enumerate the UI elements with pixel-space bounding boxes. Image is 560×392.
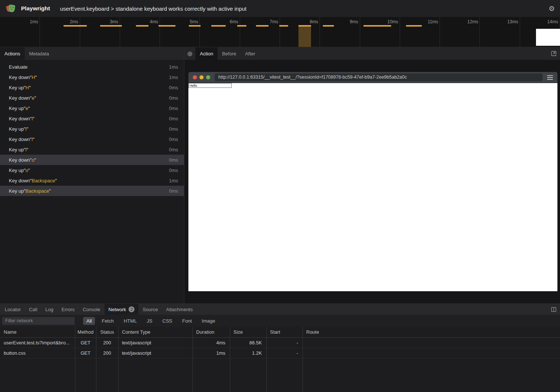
network-type-filter-chip[interactable]: CSS: [159, 317, 176, 325]
action-list-item[interactable]: Key up "l" 0ms: [0, 144, 184, 155]
action-key-value: H: [25, 85, 29, 90]
column-header-size[interactable]: Size: [230, 329, 266, 335]
action-duration: 0ms: [169, 106, 184, 111]
browser-menu-icon: [547, 75, 553, 80]
request-content-type: text/javascript: [118, 350, 192, 356]
column-header-start[interactable]: Start: [266, 329, 303, 335]
actions-panel-tab[interactable]: Metadata: [25, 47, 54, 60]
column-divider: [266, 327, 267, 392]
timeline-selected-range[interactable]: [298, 25, 311, 47]
app-header: Playwright userEvent.keyboard > standalo…: [0, 0, 560, 17]
timeline-action-bar: [406, 25, 422, 27]
network-filter-input[interactable]: [2, 317, 75, 325]
details-tab[interactable]: Locator: [1, 304, 25, 315]
page-text-input[interactable]: [188, 83, 232, 88]
action-duration: 1ms: [169, 75, 184, 80]
request-status: 200: [96, 340, 118, 345]
column-header-method[interactable]: Method: [75, 329, 96, 335]
details-tab[interactable]: Errors: [57, 304, 78, 315]
network-filter-row: All Fetch HTML JS CSS Font Image: [0, 315, 560, 327]
details-tabbar: Locator Call Log Errors: [0, 304, 560, 315]
action-label: Key down: [9, 75, 30, 80]
request-start: -: [266, 350, 303, 356]
action-list-item[interactable]: Key down "H" 1ms: [0, 72, 184, 82]
details-tab[interactable]: Call: [25, 304, 41, 315]
column-header-duration[interactable]: Duration: [192, 329, 230, 335]
action-label: Key down: [9, 116, 30, 121]
action-label: Key up: [9, 147, 24, 152]
network-table: Name Method Status Content Type Duration…: [0, 327, 560, 392]
action-duration: 0ms: [169, 116, 184, 121]
action-list-item[interactable]: Key up "e" 0ms: [0, 103, 184, 113]
traffic-light-red-icon: [193, 75, 197, 79]
column-divider: [192, 327, 193, 392]
action-label: Key down: [9, 137, 30, 142]
action-list-item[interactable]: Key down "l" 0ms: [0, 134, 184, 144]
network-request-row[interactable]: button.css GET 200 text/javascript 1ms 1…: [0, 348, 560, 358]
action-label: Key up: [9, 85, 24, 90]
request-size: 1.2K: [230, 350, 266, 356]
timeline-action-bar: [136, 25, 148, 27]
details-panel: Locator Call Log Errors: [0, 303, 560, 392]
settings-gear-icon[interactable]: ⚙: [549, 5, 555, 12]
action-list-item[interactable]: Evaluate"" 1ms: [0, 62, 184, 72]
snapshot-tab[interactable]: Before: [218, 47, 240, 60]
snapshot-tab[interactable]: Action: [195, 47, 218, 60]
action-duration: 0ms: [169, 168, 184, 173]
actions-tabbar: Actions Metadata: [0, 47, 184, 60]
action-list-item[interactable]: Key down "e" 0ms: [0, 93, 184, 103]
network-type-filter-chip[interactable]: Image: [198, 317, 218, 325]
snapshot-viewport: http://127.0.0.1:63315/__vitest_test__/?…: [184, 60, 560, 303]
column-divider: [118, 327, 119, 392]
column-header-name[interactable]: Name: [0, 329, 75, 335]
details-tab[interactable]: Log: [41, 304, 58, 315]
network-type-filter-chip[interactable]: JS: [143, 317, 156, 325]
column-divider: [303, 327, 303, 392]
app-title: Playwright: [21, 5, 50, 12]
column-header-status[interactable]: Status: [96, 329, 118, 335]
column-header-content-type[interactable]: Content Type: [118, 329, 192, 335]
action-list-item[interactable]: Key up "Backspace" 0ms: [0, 186, 184, 196]
network-request-row[interactable]: userEvent.test.ts?import&bro... GET 200 …: [0, 338, 560, 348]
action-key-value: Backspace: [32, 178, 55, 183]
timeline-action-bar: [211, 25, 226, 27]
network-type-filter-chip[interactable]: HTML: [120, 317, 140, 325]
action-key-value: Backspace: [25, 188, 49, 194]
action-list-item[interactable]: Key up "H" 0ms: [0, 82, 184, 93]
action-key-value: o: [32, 157, 34, 163]
column-divider: [96, 327, 96, 392]
timeline-filmstrip-frame[interactable]: [536, 29, 560, 46]
details-tab[interactable]: Console: [79, 304, 105, 315]
toggle-split-view-icon[interactable]: [551, 307, 557, 312]
network-type-filter-chip[interactable]: All: [83, 317, 95, 325]
request-size: 86.5K: [230, 340, 266, 345]
snapshot-tab[interactable]: After: [240, 47, 259, 60]
action-duration: 0ms: [169, 126, 184, 132]
action-list-item[interactable]: Key down "l" 0ms: [0, 113, 184, 124]
trace-test-title: userEvent.keyboard > standalone keyboard…: [60, 6, 246, 12]
actions-panel-tab[interactable]: Actions: [0, 47, 25, 60]
action-list-item[interactable]: Key down "o" 0ms: [0, 155, 184, 165]
timeline-action-bar: [279, 25, 288, 27]
action-list-item[interactable]: Key down "Backspace" 1ms: [0, 175, 184, 186]
timeline-action-bar: [237, 25, 246, 27]
action-list-item[interactable]: Key up "o" 0ms: [0, 165, 184, 175]
details-tab[interactable]: Network 2: [105, 304, 139, 315]
timeline[interactable]: 1ms 2ms 3ms 4ms 5ms 6ms 7ms 8ms 9ms 10ms…: [0, 17, 560, 47]
network-type-filter-chip[interactable]: Font: [179, 317, 195, 325]
action-list-item[interactable]: Key up "l" 0ms: [0, 124, 184, 134]
open-snapshot-external-icon[interactable]: [551, 51, 557, 56]
actions-panel: Actions Metadata Evaluate"" 1ms Key down…: [0, 47, 184, 303]
request-start: -: [266, 340, 303, 345]
column-header-route[interactable]: Route: [303, 329, 560, 335]
pick-locator-target-icon[interactable]: ◎: [184, 47, 195, 60]
main-split: Actions Metadata Evaluate"" 1ms Key down…: [0, 47, 560, 303]
network-count-badge: 2: [129, 306, 134, 312]
snapshot-browser-chrome: http://127.0.0.1:63315/__vitest_test__/?…: [188, 72, 557, 83]
timeline-action-bar: [100, 25, 122, 27]
request-name: userEvent.test.ts?import&bro...: [0, 340, 75, 345]
details-tab[interactable]: Attachments: [162, 304, 197, 315]
network-type-filter-chip[interactable]: Fetch: [98, 317, 117, 325]
details-tab[interactable]: Source: [139, 304, 162, 315]
action-duration: 0ms: [169, 188, 184, 194]
